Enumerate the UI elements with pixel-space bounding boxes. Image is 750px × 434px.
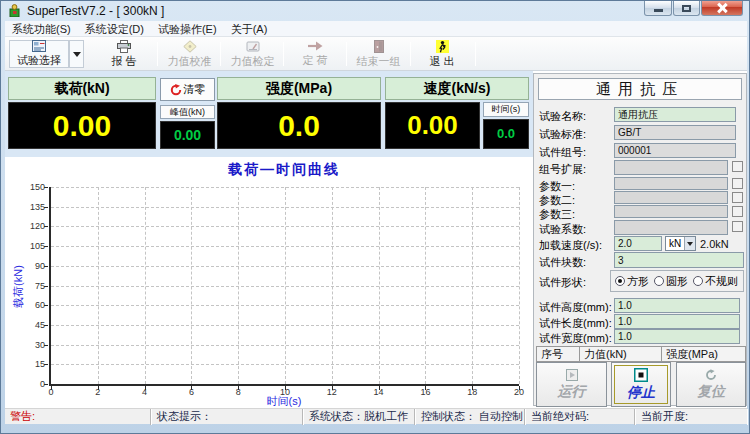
specimen-length-input[interactable] bbox=[614, 314, 740, 329]
param1-input[interactable] bbox=[614, 177, 728, 190]
group-number-input[interactable] bbox=[614, 143, 736, 158]
window-title: SuperTestV7.2 - [ 300kN ] bbox=[27, 4, 164, 18]
chart-area: 载荷—时间曲线 载荷(kN) 0246810121416182001530456… bbox=[8, 158, 530, 406]
block-count-input[interactable] bbox=[614, 252, 744, 268]
exit-label: 退 出 bbox=[429, 54, 454, 69]
param3-input[interactable] bbox=[614, 205, 728, 218]
parameters-panel: 通用抗压 试验名称: 试验标准: 试件组号: 组号扩展: 参数一: 参数二: 参… bbox=[533, 73, 747, 406]
shape-option-square[interactable]: 方形 bbox=[615, 274, 649, 289]
rate-unit-select[interactable]: kN bbox=[665, 236, 696, 251]
force-verification-button[interactable]: 力值检定 bbox=[224, 40, 281, 68]
test-coef-checkbox[interactable] bbox=[732, 221, 743, 232]
stop-button[interactable]: 停止 bbox=[611, 362, 671, 407]
menu-about[interactable]: 关于(A) bbox=[224, 21, 275, 37]
param2-input[interactable] bbox=[614, 191, 728, 204]
y-tick-label: 75 bbox=[35, 281, 45, 291]
test-coef-label: 试验系数: bbox=[539, 222, 586, 237]
group-ext-checkbox[interactable] bbox=[732, 161, 743, 172]
menu-system-functions[interactable]: 系统功能(S) bbox=[5, 21, 78, 37]
strength-display-header: 强度(MPa) bbox=[217, 77, 381, 100]
y-tick-label: 105 bbox=[30, 241, 45, 251]
y-tick-label: 90 bbox=[35, 261, 45, 271]
y-tick-label: 0 bbox=[40, 379, 45, 389]
maximize-icon bbox=[682, 5, 691, 12]
status-hint: 状态提示： bbox=[152, 409, 303, 425]
column-index[interactable]: 序号 bbox=[536, 346, 580, 362]
y-tick-label: 150 bbox=[30, 182, 45, 192]
run-button[interactable]: 运行 bbox=[536, 362, 607, 407]
specimen-height-label: 试件高度(mm): bbox=[539, 300, 612, 315]
load-rate-label: 加载速度(/s): bbox=[539, 238, 602, 253]
maximize-button[interactable] bbox=[673, 1, 700, 16]
close-button[interactable] bbox=[701, 1, 743, 16]
toolbar-separator bbox=[283, 42, 284, 66]
constant-load-label: 定 荷 bbox=[302, 53, 327, 68]
minimize-button[interactable] bbox=[644, 1, 672, 16]
verification-gauge-icon bbox=[246, 40, 260, 53]
test-name-input[interactable] bbox=[614, 107, 736, 122]
chart-plot: 0246810121416182001530456075901051201351… bbox=[49, 187, 519, 386]
run-button-label: 运行 bbox=[558, 383, 586, 401]
shape-option-irregular[interactable]: 不规则 bbox=[693, 274, 738, 289]
group-ext-input[interactable] bbox=[614, 160, 728, 175]
reset-button[interactable]: 复位 bbox=[676, 362, 746, 407]
force-calibration-label: 力值校准 bbox=[168, 54, 212, 69]
y-gridline bbox=[51, 207, 519, 208]
speed-display-header: 速度(kN/s) bbox=[385, 77, 529, 100]
run-icon bbox=[566, 369, 578, 381]
rate-unit-value: kN bbox=[666, 238, 684, 249]
y-tick-label: 30 bbox=[35, 340, 45, 350]
param2-checkbox[interactable] bbox=[732, 192, 743, 203]
report-printer-icon bbox=[117, 40, 131, 53]
test-coef-input[interactable] bbox=[614, 220, 728, 235]
column-strength[interactable]: 强度(MPa) bbox=[662, 346, 746, 362]
rate-unit-dropdown[interactable] bbox=[684, 237, 695, 250]
chart-x-axis-label: 时间(s) bbox=[49, 394, 519, 409]
load-rate-input[interactable] bbox=[614, 236, 662, 251]
stop-button-label: 停止 bbox=[627, 384, 655, 402]
peak-value: 0.00 bbox=[160, 121, 215, 149]
force-calibration-button[interactable]: 力值校准 bbox=[161, 40, 218, 68]
stop-icon bbox=[634, 368, 648, 382]
shape-option-label: 圆形 bbox=[666, 274, 688, 289]
y-gridline bbox=[51, 246, 519, 247]
time-label: 时间(s) bbox=[483, 102, 529, 117]
test-select-button[interactable]: 试验选择 bbox=[9, 40, 69, 68]
y-gridline bbox=[51, 364, 519, 365]
exit-button[interactable]: 退 出 bbox=[414, 40, 470, 68]
y-tick-label: 45 bbox=[35, 320, 45, 330]
specimen-length-label: 试件长度(mm): bbox=[539, 316, 612, 331]
test-standard-input[interactable] bbox=[614, 125, 736, 140]
peak-label: 峰值(kN) bbox=[160, 105, 215, 119]
load-display-header: 载荷(kN) bbox=[8, 77, 156, 100]
radio-icon bbox=[654, 276, 664, 286]
time-value: 0.0 bbox=[483, 119, 529, 149]
param1-checkbox[interactable] bbox=[732, 178, 743, 189]
report-button[interactable]: 报 告 bbox=[95, 40, 153, 68]
status-opening: 当前开度: bbox=[636, 409, 747, 425]
specimen-width-input[interactable] bbox=[614, 329, 740, 344]
toolbar-separator bbox=[157, 42, 158, 66]
menu-system-settings[interactable]: 系统设定(D) bbox=[78, 21, 151, 37]
constant-load-button[interactable]: 定 荷 bbox=[287, 40, 343, 68]
status-warning: 警告: bbox=[5, 409, 151, 425]
test-select-dropdown[interactable] bbox=[69, 40, 84, 68]
toolbar-separator bbox=[346, 42, 347, 66]
column-force[interactable]: 力值(kN) bbox=[580, 346, 662, 362]
radio-icon bbox=[693, 276, 703, 286]
menu-test-operations[interactable]: 试验操作(E) bbox=[151, 21, 224, 37]
specimen-height-input[interactable] bbox=[614, 298, 740, 313]
clear-rotate-icon bbox=[170, 84, 182, 96]
chart-title: 载荷—时间曲线 bbox=[49, 161, 519, 179]
displays-strip: 载荷(kN) 0.00 清零 峰值(kN) 0.00 强度(MPa) 0.0 速… bbox=[5, 71, 533, 157]
block-count-label: 试件块数: bbox=[539, 255, 586, 270]
test-select-label: 试验选择 bbox=[17, 53, 61, 68]
param1-label: 参数一: bbox=[539, 179, 575, 194]
clear-button[interactable]: 清零 bbox=[160, 78, 215, 101]
status-bar: 警告: 状态提示： 系统状态：脱机工作 控制状态： 自动控制 当前绝对码: 当前… bbox=[5, 408, 747, 424]
x-gridline bbox=[519, 187, 520, 384]
param3-checkbox[interactable] bbox=[732, 206, 743, 217]
shape-option-circle[interactable]: 圆形 bbox=[654, 274, 688, 289]
end-group-button[interactable]: 结束一组 bbox=[350, 40, 407, 68]
rate-text: 2.0kN bbox=[700, 238, 729, 250]
